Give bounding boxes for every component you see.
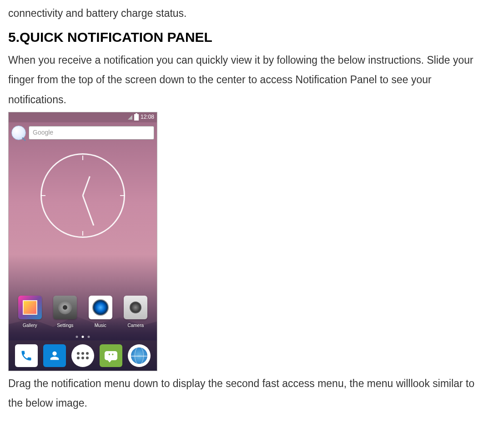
messages-app-icon[interactable]: • •: [100, 344, 122, 367]
pager-dots: [76, 336, 90, 338]
app-label: Camera: [127, 321, 144, 330]
app-label: Settings: [57, 321, 73, 330]
intro-fragment: connectivity and battery charge status.: [8, 4, 475, 24]
status-bar: 12:08: [9, 112, 157, 122]
clock-widget[interactable]: [40, 153, 125, 238]
browser-app-icon[interactable]: [128, 344, 151, 367]
status-time: 12:08: [141, 112, 154, 122]
music-icon: [89, 296, 112, 319]
app-label: Music: [95, 321, 106, 330]
app-camera[interactable]: Camera: [120, 296, 151, 330]
chat-bubble-icon: • •: [105, 351, 117, 360]
app-music[interactable]: Music: [85, 296, 116, 330]
camera-icon: [124, 296, 147, 319]
app-label: Gallery: [23, 321, 37, 330]
gallery-icon: [18, 296, 42, 319]
clock-tick: [41, 195, 45, 196]
battery-icon: [134, 114, 139, 121]
dot-icon: [82, 336, 84, 338]
speaker-icon: [92, 299, 109, 316]
instruction-paragraph-2: Drag the notification menu down to displ…: [8, 374, 475, 413]
instruction-paragraph-1: When you receive a notification you can …: [8, 50, 475, 110]
contacts-app-icon[interactable]: [43, 344, 66, 367]
clock-tick: [82, 156, 83, 160]
gear-icon: [58, 301, 72, 314]
search-row: Google: [11, 125, 154, 141]
clock-minute-hand: [82, 195, 95, 226]
search-icon[interactable]: [11, 126, 26, 140]
globe-icon: [131, 347, 147, 364]
clock-tick: [120, 195, 125, 196]
app-settings[interactable]: Settings: [49, 296, 81, 330]
apps-drawer-icon[interactable]: [71, 344, 94, 367]
phone-icon: [20, 349, 33, 362]
phone-app-icon[interactable]: [15, 344, 38, 367]
app-shortcut-row: Gallery Settings Music Camera: [9, 296, 157, 330]
signal-icon: [128, 115, 132, 120]
search-input[interactable]: Google: [29, 126, 154, 140]
lens-icon: [130, 302, 141, 313]
clock-hour-hand: [82, 176, 91, 196]
app-gallery[interactable]: Gallery: [14, 296, 46, 330]
dock: • •: [9, 341, 157, 371]
grid-icon: [77, 352, 89, 359]
dot-icon: [88, 336, 90, 338]
dot-icon: [76, 336, 78, 338]
phone-screenshot: 12:08 Google Gallery Settings Music Came…: [8, 112, 157, 371]
section-heading: 5.QUICK NOTIFICATION PANEL: [8, 28, 475, 46]
person-icon: [48, 349, 61, 362]
settings-icon: [53, 296, 77, 319]
clock-tick: [82, 231, 83, 236]
